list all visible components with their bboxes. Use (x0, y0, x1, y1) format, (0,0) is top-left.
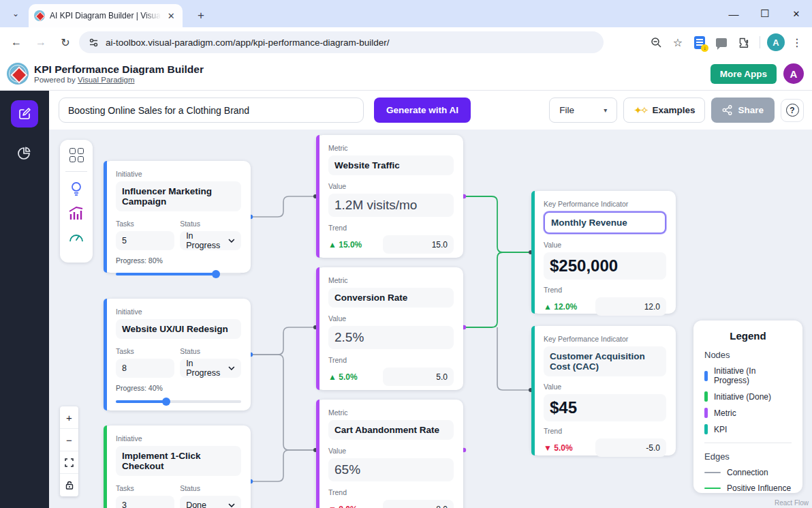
node-type-label: Metric (328, 144, 454, 152)
canvas-controls: + − (60, 406, 78, 496)
tasks-label: Tasks (116, 347, 174, 355)
fit-view-icon (65, 458, 74, 467)
metric-title-field[interactable]: Cart Abandonment Rate (328, 420, 454, 440)
trend-label: Trend (544, 286, 666, 294)
edge-connection (497, 327, 530, 390)
status-label: Status (180, 220, 241, 228)
trend-value-input[interactable]: -8.0 (383, 500, 454, 508)
initiative-inprogress-swatch (704, 371, 708, 381)
slider-handle[interactable] (162, 398, 170, 406)
trend-value-input[interactable]: 12.0 (595, 297, 666, 316)
kpi-value-field[interactable]: $45 (544, 394, 666, 421)
initiative-title-field[interactable]: Implement 1-Click Checkout (116, 446, 241, 476)
trend-indicator: ▲ 15.0% (328, 240, 362, 250)
trend-indicator: ▲ 12.0% (544, 302, 577, 312)
connection-line-swatch (704, 472, 721, 474)
tasks-input[interactable]: 3 (116, 496, 174, 508)
legend-title: Legend (704, 330, 792, 342)
chevron-down-icon (228, 366, 235, 370)
initiative-node-one-click-checkout[interactable]: Initiative Implement 1-Click Checkout Ta… (104, 425, 251, 508)
unlock-icon (65, 481, 74, 490)
legend-item: Metric (704, 408, 792, 418)
initiative-node-ux-redesign[interactable]: Initiative Website UX/UI Redesign Tasks … (104, 299, 251, 410)
progress-slider[interactable] (116, 398, 241, 406)
edge-connection (251, 450, 315, 481)
trend-indicator: ▼ 5.0% (544, 443, 573, 453)
kpi-title-field[interactable]: Monthly Revenue (544, 211, 666, 234)
node-type-label: Initiative (116, 308, 241, 316)
kpi-node-cac[interactable]: Key Performance Indicator Customer Acqui… (531, 326, 676, 455)
legend-item: Initiative (Done) (704, 391, 792, 402)
divider (704, 443, 792, 443)
divider (65, 171, 87, 172)
chevron-down-icon (228, 239, 235, 243)
kpi-value-field[interactable]: $250,000 (544, 252, 666, 280)
progress-label: Progress: 40% (116, 384, 241, 392)
initiative-bulb-icon[interactable] (69, 181, 84, 197)
chevron-down-icon (228, 503, 235, 507)
legend-item: Initiative (In Progress) (704, 366, 792, 385)
kpi-title-field[interactable]: Customer Acquisition Cost (CAC) (544, 346, 666, 376)
legend-item: KPI (704, 424, 792, 434)
status-select[interactable]: In Progress (180, 359, 241, 378)
trend-value-input[interactable]: 5.0 (383, 368, 454, 386)
node-type-label: Metric (328, 276, 454, 284)
node-palette (60, 140, 93, 263)
legend-item: Connection (704, 468, 792, 477)
node-type-label: Initiative (116, 170, 241, 178)
progress-slider[interactable] (116, 270, 241, 278)
slider-handle[interactable] (212, 270, 220, 278)
status-label: Status (180, 347, 241, 355)
value-label: Value (328, 182, 454, 190)
trend-value-input[interactable]: -5.0 (595, 438, 666, 457)
metric-node-website-traffic[interactable]: Metric Website Traffic Value 1.2M visits… (316, 135, 463, 258)
lock-button[interactable] (60, 474, 78, 496)
trend-value-input[interactable]: 15.0 (383, 235, 454, 254)
node-type-label: Key Performance Indicator (544, 335, 666, 343)
tasks-label: Tasks (116, 220, 174, 228)
metric-node-conversion-rate[interactable]: Metric Conversion Rate Value 2.5% Trend … (316, 267, 463, 390)
metric-swatch (704, 408, 708, 418)
edge-connection (251, 355, 315, 450)
kpi-swatch (704, 424, 708, 434)
metric-value-field[interactable]: 2.5% (328, 326, 454, 349)
value-label: Value (544, 241, 666, 249)
status-label: Status (180, 484, 241, 492)
node-type-label: Key Performance Indicator (544, 200, 666, 208)
edge-connection (251, 327, 315, 355)
initiative-title-field[interactable]: Influencer Marketing Campaign (116, 181, 241, 211)
metric-title-field[interactable]: Website Traffic (328, 155, 454, 175)
kpi-gauge-icon[interactable] (68, 230, 84, 245)
trend-indicator: ▲ 5.0% (328, 372, 358, 382)
status-select[interactable]: Done (180, 496, 241, 508)
initiative-title-field[interactable]: Website UX/UI Redesign (116, 319, 241, 339)
legend-item: Positive Influence (704, 483, 792, 493)
trend-label: Trend (328, 224, 454, 232)
trend-label: Trend (544, 427, 666, 435)
tasks-input[interactable]: 8 (116, 359, 174, 378)
value-label: Value (544, 383, 666, 391)
trend-indicator: ▼ 8.0% (328, 505, 358, 508)
tasks-label: Tasks (116, 484, 174, 492)
initiative-node-influencer-marketing[interactable]: Initiative Influencer Marketing Campaign… (104, 161, 251, 273)
metric-node-cart-abandonment[interactable]: Metric Cart Abandonment Rate Value 65% T… (316, 400, 463, 508)
zoom-in-button[interactable]: + (60, 406, 78, 429)
legend-edges-label: Edges (704, 451, 792, 462)
metric-value-field[interactable]: 1.2M visits/mo (328, 194, 454, 217)
metric-chart-icon[interactable] (68, 206, 84, 221)
metric-title-field[interactable]: Conversion Rate (328, 288, 454, 308)
react-flow-attribution[interactable]: React Flow (775, 499, 809, 507)
trend-label: Trend (328, 488, 454, 496)
status-select[interactable]: In Progress (180, 231, 241, 250)
zoom-out-button[interactable]: − (60, 429, 78, 451)
tasks-input[interactable]: 5 (116, 231, 174, 250)
node-type-label: Initiative (116, 434, 241, 443)
fit-view-button[interactable] (60, 451, 78, 474)
positive-influence-line-swatch (704, 488, 721, 490)
layout-grid-icon[interactable] (69, 148, 84, 162)
node-type-label: Metric (328, 408, 454, 417)
metric-value-field[interactable]: 65% (328, 458, 454, 481)
edge-connection (251, 196, 315, 217)
kpi-node-monthly-revenue[interactable]: Key Performance Indicator Monthly Revenu… (531, 191, 676, 314)
progress-label: Progress: 80% (116, 256, 241, 265)
